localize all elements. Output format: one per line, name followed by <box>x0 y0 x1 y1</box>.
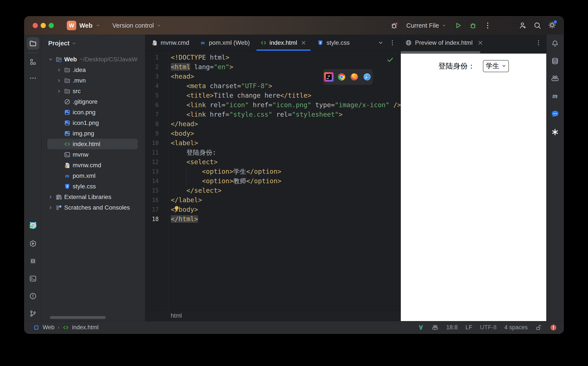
intellij-browser-icon[interactable]: IJ <box>324 72 333 82</box>
ai-assistant-button[interactable] <box>551 75 559 83</box>
file-encoding[interactable]: UTF-8 <box>480 324 496 331</box>
close-icon[interactable] <box>477 39 484 46</box>
chevron-right-icon[interactable] <box>48 205 53 210</box>
notifications-button[interactable] <box>551 39 559 47</box>
close-icon[interactable] <box>300 39 307 46</box>
zoom-window-button[interactable] <box>49 23 54 28</box>
code-line-10[interactable]: 10<label> <box>145 138 401 148</box>
line-ending[interactable]: LF <box>465 324 472 331</box>
openai-plugin-button[interactable] <box>551 128 559 136</box>
horizontal-scrollbar[interactable] <box>50 316 106 319</box>
preview-tab[interactable]: Preview of index.html <box>401 35 546 51</box>
intention-bulb-icon[interactable] <box>173 205 180 212</box>
vcs-widget[interactable]: Version control <box>112 22 161 29</box>
error-indicator-icon[interactable] <box>550 324 557 331</box>
editor-tab-style.css[interactable]: 3style.css <box>312 35 355 51</box>
tree-item-src[interactable]: src <box>47 86 138 96</box>
version-control-tool-window-button[interactable] <box>29 310 37 318</box>
preview-scrollbar-thumb[interactable] <box>401 51 480 53</box>
unlock-icon[interactable] <box>535 324 542 331</box>
chevron-down-icon[interactable] <box>71 41 76 46</box>
structure-tool-window-button[interactable] <box>29 58 37 66</box>
preview-scrollbar-track <box>401 51 546 53</box>
tree-item-mvnw[interactable]: mvnw <box>47 149 138 160</box>
code-line-7[interactable]: 7 <link href="style.css" rel="stylesheet… <box>145 110 401 119</box>
tree-item-img.png[interactable]: img.png <box>47 128 138 139</box>
terminal-tool-window-button[interactable] <box>29 274 37 282</box>
close-window-button[interactable] <box>33 23 38 28</box>
code-text: <option>学生</option> <box>168 167 281 176</box>
settings-button[interactable] <box>548 21 556 30</box>
identity-select[interactable]: 学生 <box>483 60 509 72</box>
status-module[interactable]: Web <box>43 324 54 331</box>
run-configuration-selector[interactable]: Current File <box>406 22 447 29</box>
chrome-browser-icon[interactable] <box>337 72 346 82</box>
caret-position[interactable]: 18:8 <box>446 324 458 331</box>
tab-options-button[interactable] <box>389 39 396 46</box>
tree-item-index.html[interactable]: index.html <box>47 139 138 149</box>
plugin-mascot-button[interactable] <box>28 221 38 230</box>
tree-item-web[interactable]: Web~/Desktop/CS/JavaWeb <box>47 54 138 65</box>
tree-item-.idea[interactable]: .idea <box>47 65 138 75</box>
indent-setting[interactable]: 4 spaces <box>504 324 528 331</box>
editor-tab-mvnw.cmd[interactable]: mvnw.cmd <box>146 35 194 51</box>
code-line-8[interactable]: 8</head> <box>145 119 401 129</box>
debug-button[interactable] <box>469 21 477 30</box>
code-line-16[interactable]: 16</label> <box>145 195 401 205</box>
preview-options-button[interactable] <box>535 39 542 46</box>
tree-item-external-libraries[interactable]: External Libraries <box>47 192 138 202</box>
editor-tab-pom.xml-web-[interactable]: mpom.xml (Web) <box>194 35 255 51</box>
database-tool-window-button[interactable] <box>551 57 559 65</box>
firefox-browser-icon[interactable] <box>349 72 359 82</box>
code-line-6[interactable]: 6 <link rel="icon" href="icon.png" type=… <box>145 100 401 110</box>
run-button[interactable] <box>454 21 462 30</box>
code-editor[interactable]: 1<!DOCTYPE html>2<html lang="en">3<head>… <box>145 51 401 310</box>
chevron-right-icon[interactable] <box>48 194 53 200</box>
v-plugin-icon[interactable] <box>418 324 424 331</box>
code-line-15[interactable]: 15 </select> <box>145 186 401 195</box>
search-everywhere-button[interactable] <box>533 21 542 30</box>
code-line-14[interactable]: 14 <option>教师</option> <box>145 176 401 186</box>
code-line-1[interactable]: 1<!DOCTYPE html> <box>145 53 401 62</box>
code-line-9[interactable]: 9<body> <box>145 129 401 138</box>
chevron-right-icon[interactable] <box>56 88 62 94</box>
robot-status-icon[interactable] <box>432 324 438 331</box>
tree-item-pom.xml[interactable]: mpom.xml <box>47 170 138 181</box>
tree-item-icon.png[interactable]: icon.png <box>47 107 138 118</box>
problems-tool-window-button[interactable] <box>29 292 37 300</box>
editor-tab-index.html[interactable]: index.html <box>255 35 312 51</box>
tab-list-chevron-icon[interactable] <box>377 39 384 46</box>
more-tool-windows-button[interactable] <box>29 74 37 82</box>
services-tool-window-button[interactable] <box>29 240 37 248</box>
code-with-me-button[interactable] <box>518 21 527 30</box>
project-widget[interactable]: W Web <box>67 21 100 30</box>
maven-tool-window-button[interactable]: m <box>551 92 559 100</box>
chevron-down-icon[interactable] <box>48 57 53 62</box>
breadcrumb-html[interactable]: html <box>171 313 182 319</box>
code-line-5[interactable]: 5 <title>Title change here</title> <box>145 91 401 100</box>
tree-item-style.css[interactable]: 3style.css <box>47 181 138 192</box>
tree-item-mvnw.cmd[interactable]: mvnw.cmd <box>47 160 138 170</box>
code-line-11[interactable]: 11 登陆身份: <box>145 148 401 157</box>
tree-item-.mvn[interactable]: .mvn <box>47 75 138 86</box>
tree-item-label: pom.xml <box>73 172 96 179</box>
chat-plugin-button[interactable] <box>551 110 560 119</box>
brackets-tool-window-button[interactable] <box>29 257 37 265</box>
tree-item-icon1.png[interactable]: icon1.png <box>47 118 138 128</box>
code-line-18[interactable]: 18</html> <box>145 214 401 224</box>
minimize-window-button[interactable] <box>41 23 46 28</box>
chevron-right-icon[interactable] <box>56 78 62 84</box>
project-tool-window-button[interactable] <box>27 37 39 50</box>
code-line-12[interactable]: 12 <select> <box>145 157 401 167</box>
status-file[interactable]: index.html <box>72 324 99 331</box>
tree-item-scratches-and-consoles[interactable]: Scratches and Consoles <box>47 202 138 213</box>
html-icon <box>64 141 71 148</box>
tree-item-.gitignore[interactable]: .gitignore <box>47 96 138 107</box>
more-actions-button[interactable] <box>484 21 492 30</box>
inspections-ok-icon[interactable] <box>386 56 394 63</box>
code-line-13[interactable]: 13 <option>学生</option> <box>145 167 401 176</box>
safari-browser-icon[interactable] <box>362 72 372 82</box>
code-line-17[interactable]: 17</body> <box>145 205 401 214</box>
profiler-disabled-icon[interactable] <box>390 21 399 30</box>
chevron-right-icon[interactable] <box>56 67 62 73</box>
